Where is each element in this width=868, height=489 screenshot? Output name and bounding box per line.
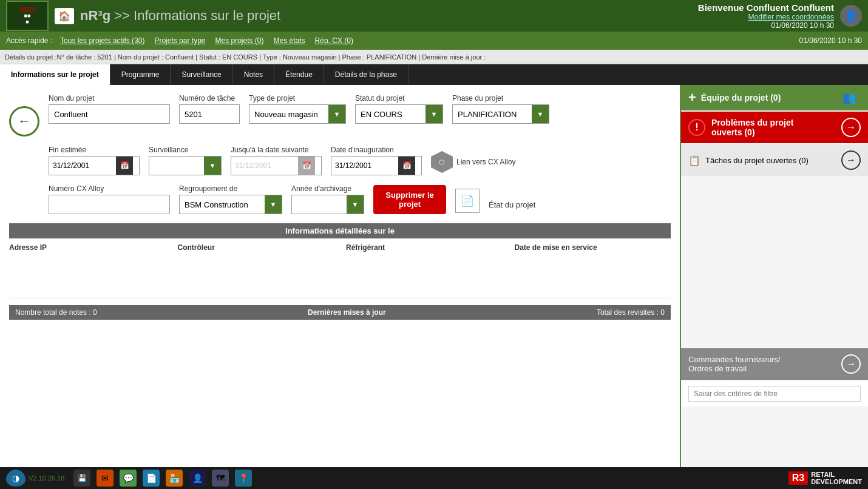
refrigerant-label: Réfrigérant xyxy=(346,243,503,252)
archive-year-select[interactable]: ▼ xyxy=(291,195,364,214)
archive-year-arrow[interactable]: ▼ xyxy=(347,195,364,214)
surveillance-arrow[interactable]: ▼ xyxy=(204,157,221,175)
controller-label: Contrôleur xyxy=(178,243,334,252)
taskbar-chat-icon[interactable]: 💬 xyxy=(120,470,137,487)
end-estimated-label: Fin estimée xyxy=(49,146,140,154)
next-date-label: Jusqu'à la date suivante xyxy=(231,146,322,154)
surveillance-label: Surveillance xyxy=(149,146,222,154)
project-name-label: Nom du projet xyxy=(49,94,170,103)
task-number-input[interactable] xyxy=(179,104,240,124)
right-spacer xyxy=(681,176,868,347)
page-title: nR³g >> Informations sur le projet xyxy=(80,8,698,24)
delete-project-button[interactable]: Supprimer le projet xyxy=(373,185,446,214)
taskbar-location-icon[interactable]: 📍 xyxy=(235,470,252,487)
team-header: + Équipe du projet (0) 👥 xyxy=(681,85,868,110)
back-button[interactable]: ← xyxy=(9,106,39,137)
nav-datetime: 01/06/2020 10 h 30 xyxy=(799,36,862,45)
tasks-panel: 📋 Tâches du projet ouvertes (0) → xyxy=(681,144,868,176)
surveillance-group: Surveillance ▼ xyxy=(149,146,222,175)
nav-label: Accès rapide : xyxy=(6,36,52,45)
taskbar-map-icon[interactable]: 🗺 xyxy=(212,470,229,487)
taskbar: ◑ V2.10.26.18 💾 ✉ 💬 📄 🏪 👤 🗺 📍 R3 RETAIL … xyxy=(0,467,868,489)
ip-address-label: Adresse IP xyxy=(9,243,166,252)
tab-programme[interactable]: Programme xyxy=(110,64,171,85)
next-date-input-box[interactable]: 📅 xyxy=(231,156,322,175)
tasks-arrow-button[interactable]: → xyxy=(841,150,861,170)
taskbar-store-icon[interactable]: 🏪 xyxy=(166,470,183,487)
nav-link-all-projects[interactable]: Tous les projets actifs (30) xyxy=(60,36,144,45)
project-phase-group: Phase du projet PLANIFICATION ▼ xyxy=(452,94,549,124)
retail-dev-label: RETAIL DEVELOPMENT xyxy=(811,471,862,485)
tab-phase-details[interactable]: Détails de la phase xyxy=(324,64,409,85)
inauguration-input[interactable] xyxy=(331,161,398,170)
end-estimated-date[interactable]: 📅 xyxy=(49,156,140,175)
filter-input[interactable] xyxy=(688,386,861,402)
project-state-doc-button[interactable]: 📄 xyxy=(455,189,480,213)
nav-link-by-type[interactable]: Projets par type xyxy=(154,36,205,45)
orders-arrow-button[interactable]: → xyxy=(841,354,861,374)
project-phase-label: Phase du projet xyxy=(452,94,549,103)
modify-link[interactable]: Modifier mes coordonnées xyxy=(698,13,834,21)
avatar[interactable]: 👤 xyxy=(840,5,862,27)
problems-arrow-button[interactable]: → xyxy=(841,118,861,137)
tab-project-info[interactable]: Informations sur le projet xyxy=(0,64,110,85)
problems-title: Problèmes du projet ouverts (0) xyxy=(711,118,793,137)
nav-link-rep-cx[interactable]: Rép. CX (0) xyxy=(315,36,353,45)
taskbar-logo-icon: ◑ xyxy=(6,470,25,487)
r3-badge: R3 xyxy=(788,471,808,485)
cx-alloy-link-label: Lien vers CX Alloy xyxy=(456,158,515,166)
last-update-label: Dernières mises à jour xyxy=(97,308,597,317)
grouping-select[interactable]: BSM Construction ▼ xyxy=(179,195,282,214)
project-type-select[interactable]: Nouveau magasin ▼ xyxy=(249,104,346,124)
taskbar-doc-icon[interactable]: 📄 xyxy=(143,470,160,487)
project-status-select[interactable]: EN COURS ▼ xyxy=(355,104,443,124)
nav-link-my-projects[interactable]: Mes projets (0) xyxy=(215,36,263,45)
breadcrumb: Détails du projet :N° de tâche : 5201 | … xyxy=(0,50,868,64)
next-date-input[interactable] xyxy=(231,161,298,170)
orders-title: Commandes fournisseurs/ Ordres de travai… xyxy=(688,355,781,373)
project-type-group: Type de projet Nouveau magasin ▼ xyxy=(249,94,346,124)
surveillance-select[interactable]: ▼ xyxy=(149,156,222,175)
logo-box: NRG ■■■ xyxy=(6,1,49,31)
summary-bar: Nombre total de notes : 0 Dernières mise… xyxy=(9,305,671,320)
tasks-title: Tâches du projet ouvertes (0) xyxy=(705,156,809,165)
taskbar-email-icon[interactable]: ✉ xyxy=(97,470,114,487)
service-date-label: Date de mise en service xyxy=(515,243,671,252)
home-icon[interactable]: 🏠 xyxy=(55,8,74,24)
next-date-calendar[interactable]: 📅 xyxy=(298,157,315,175)
nav-link-states[interactable]: Mes états xyxy=(274,36,305,45)
tab-surveillance[interactable]: Surveillance xyxy=(171,64,232,85)
add-team-button[interactable]: + xyxy=(688,90,696,106)
inauguration-calendar[interactable]: 📅 xyxy=(398,157,415,175)
problems-panel: ! Problèmes du projet ouverts (0) → xyxy=(681,112,868,143)
project-status-arrow[interactable]: ▼ xyxy=(426,105,442,123)
end-estimated-input[interactable] xyxy=(49,161,116,170)
right-panel: + Équipe du projet (0) 👥 ! Problèmes du … xyxy=(680,85,868,467)
project-name-group: Nom du projet xyxy=(49,94,170,124)
taskbar-version: V2.10.26.18 xyxy=(29,474,64,482)
project-type-label: Type de projet xyxy=(249,94,346,103)
tab-etendue[interactable]: Étendue xyxy=(274,64,324,85)
cx-alloy-number-input[interactable] xyxy=(49,195,170,214)
notes-count: Nombre total de notes : 0 xyxy=(15,308,97,317)
header: NRG ■■■ 🏠 nR³g >> Informations sur le pr… xyxy=(0,0,868,32)
project-name-input[interactable] xyxy=(49,104,170,124)
cx-alloy-number-group: Numéro CX Alloy xyxy=(49,184,170,214)
tasks-icon: 📋 xyxy=(688,155,700,166)
tab-notes[interactable]: Notes xyxy=(233,64,274,85)
project-phase-select[interactable]: PLANIFICATION ▼ xyxy=(452,104,549,124)
inauguration-date[interactable]: 📅 xyxy=(331,156,422,175)
grouping-group: Regroupement de BSM Construction ▼ xyxy=(179,184,282,214)
taskbar-usb-icon[interactable]: 💾 xyxy=(73,470,90,487)
detail-data-area xyxy=(9,257,671,299)
nav-bar: Accès rapide : Tous les projets actifs (… xyxy=(0,32,868,50)
project-type-arrow[interactable]: ▼ xyxy=(328,105,345,123)
main-layout: ← Nom du projet Numéro de tâche Type de … xyxy=(0,85,868,467)
project-phase-arrow[interactable]: ▼ xyxy=(532,105,549,123)
grouping-arrow[interactable]: ▼ xyxy=(265,195,282,214)
end-estimated-calendar[interactable]: 📅 xyxy=(116,157,133,175)
cx-alloy-hex-icon[interactable]: ⬡ xyxy=(431,151,453,173)
taskbar-user-icon[interactable]: 👤 xyxy=(189,470,206,487)
task-number-group: Numéro de tâche xyxy=(179,94,240,124)
grouping-label: Regroupement de xyxy=(179,184,282,193)
